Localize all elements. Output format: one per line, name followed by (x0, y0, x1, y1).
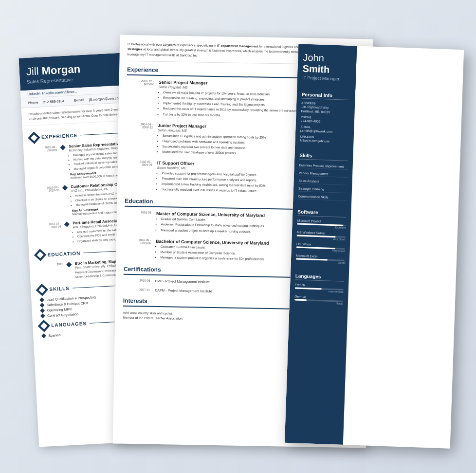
john-title: IT Project Manager (302, 75, 351, 82)
skill-name: Lead Qualification & Prospecting (46, 295, 96, 301)
skills-section: Skills Business Process Improvement Vend… (293, 149, 353, 207)
timeline-dot (62, 185, 68, 191)
skill-name: Salesforce & Hubspot CRM (47, 301, 89, 307)
languages-icon (38, 320, 50, 332)
skill-item: Business Process Improvement (299, 163, 348, 170)
languages-section: Languages French Intermediate German Bas… (289, 270, 349, 312)
resume-john: John Smith IT Project Manager Personal I… (285, 44, 464, 448)
languages-section-title: Languages (295, 273, 344, 282)
experience-icon (28, 131, 40, 144)
middle-edu-date: 1996-09 -1999-06 (124, 238, 151, 260)
skills-title: SKILLS (49, 286, 70, 292)
skill-item: Strategic Planning (298, 186, 347, 193)
skills-icon (36, 284, 48, 296)
personal-info-title: Personal Info (301, 92, 350, 100)
email-row: E-mail j.smith@uptowork.com (300, 126, 349, 135)
software-section-title: Software (297, 209, 346, 218)
education-title: EDUCATION (47, 250, 80, 257)
skill-item: Vendor Management (299, 170, 348, 178)
skill-name: Optimizing MRR (47, 308, 72, 312)
middle-edu-date: 2001-05 (124, 211, 151, 233)
middle-date: 2004-09 -2006-12 (126, 122, 153, 154)
skill-name: Contract Negotiation (47, 312, 78, 317)
software-bar: Linux/Unix Very Good (296, 242, 346, 253)
languages-title: LANGUAGES (51, 321, 87, 328)
software-bar: Microsoft Excel Good (296, 254, 345, 264)
lang-bar: French Intermediate (295, 283, 344, 293)
middle-date: 2002-08 -2004-09 (125, 160, 152, 192)
job-date: 2016-09 -2018-08 (32, 185, 60, 218)
skill-item: Communication Skills (298, 194, 347, 201)
address-value: 134 Rightward WayPortland, ME, 04019 (301, 105, 350, 115)
job-date: 2014-07 -2016-06 (34, 222, 62, 246)
john-header: John Smith IT Project Manager (297, 44, 357, 90)
timeline-dot (64, 221, 70, 227)
skills-list: Business Process Improvement Vendor Mana… (298, 163, 348, 201)
timeline-dot (66, 262, 72, 267)
phone-row: Phone 774-987-4009 (301, 116, 349, 125)
lang-bar: German Basic (294, 295, 344, 305)
education-icon (34, 249, 46, 261)
skills-section-title: Skills (299, 153, 348, 161)
personal-info-section: Personal Info Address 134 Rightward WayP… (295, 88, 355, 151)
job-date: 2018-09 -present (30, 145, 59, 182)
software-section: Software Microsoft Project Excellent MS … (291, 205, 351, 272)
address-row: Address 134 Rightward WayPortland, ME, 0… (301, 102, 350, 115)
skill-diamond (40, 303, 45, 308)
cert-date: 2010-05 (124, 279, 150, 283)
skill-diamond (40, 313, 45, 318)
cert-date: 2007-11 (123, 288, 150, 292)
software-bar: MS Windows Server Very Good (296, 231, 346, 241)
linkedin-row: LinkedIn linkedin.com/johnutw (300, 135, 348, 145)
lang-name: Spanish (48, 333, 61, 337)
resume-stack: Jill Morgan Sales Representative LinkedI… (19, 22, 457, 451)
skill-diamond (39, 297, 44, 302)
software-bar: Microsoft Project Excellent (297, 219, 346, 229)
experience-title: EXPERIENCE (41, 133, 78, 140)
skill-diamond (40, 308, 45, 313)
john-name: John Smith (302, 52, 352, 76)
lang-diamond (41, 333, 46, 338)
middle-date: 2006-12 -present (126, 79, 153, 117)
edu-date: 2016 (37, 262, 64, 281)
skill-item: Sales Analysis (298, 178, 347, 185)
timeline-dot (60, 145, 65, 150)
